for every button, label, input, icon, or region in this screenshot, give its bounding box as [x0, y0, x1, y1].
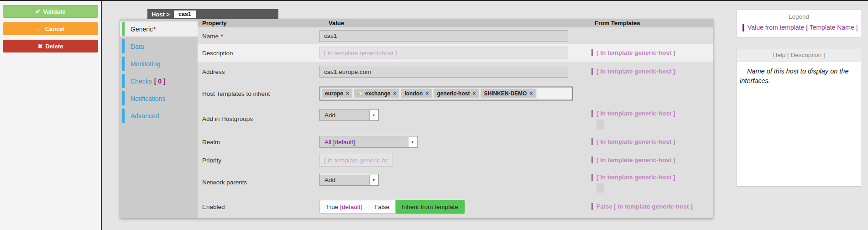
hostgroups-label: Add in Hostgroups — [202, 115, 253, 122]
tab-notifications[interactable]: Notifications — [120, 91, 198, 106]
table-row: Address [ In template generic-host ] — [198, 62, 713, 82]
tab-checks[interactable]: Checks[ 0 ] — [120, 73, 198, 89]
network-parents-label: Network parents — [202, 179, 247, 186]
address-template-note: [ In template generic-host ] — [591, 68, 675, 75]
hostgroups-select-value: Add — [324, 112, 335, 119]
table-row: Realm All [default] ▼ [ In template gene… — [198, 132, 713, 152]
top-border-line — [0, 0, 868, 1]
network-parents-template-note: [ In template generic-host ] — [591, 174, 675, 181]
chevron-down-icon: ▼ — [369, 110, 378, 120]
address-input[interactable] — [319, 66, 568, 78]
realm-select[interactable]: All [default] ▼ — [319, 136, 418, 148]
remove-tag-icon[interactable]: × — [425, 90, 429, 97]
table-row: Enabled True[default] False Inherit from… — [198, 195, 713, 218]
tab-notifications-label: Notifications — [131, 95, 165, 102]
enabled-inherit-button[interactable]: Inherit from template — [396, 200, 465, 214]
tab-advanced[interactable]: Advanced — [120, 108, 198, 123]
required-asterisk: * — [153, 26, 156, 33]
realm-select-value: All [default] — [324, 139, 355, 146]
validate-button-label: Validate — [43, 8, 65, 15]
tag-shinken-demo: SHINKEN-DEMO× — [481, 89, 536, 98]
host-templates-tag-input[interactable]: europe× exchange× london× generic-host× … — [319, 86, 573, 100]
tab-data[interactable]: Data — [120, 39, 198, 54]
hostgroups-select[interactable]: Add ▼ — [319, 109, 379, 121]
tab-generic[interactable]: Generic* — [120, 21, 198, 37]
realm-label: Realm — [202, 139, 220, 146]
tab-monitoring-label: Monitoring — [131, 60, 160, 68]
property-table: Property Value From Templates Name * Des… — [198, 19, 713, 218]
enabled-template-note: False [ In template generic-host ] — [591, 203, 693, 210]
cancel-button-label: Cancel — [45, 26, 65, 32]
empty-selection-box — [596, 120, 604, 129]
enabled-false-button[interactable]: False — [368, 200, 396, 214]
arrow-left-icon: ← — [37, 26, 42, 32]
tab-data-label: Data — [131, 43, 144, 50]
description-label: Description — [202, 50, 233, 57]
column-header-from-templates: From Templates — [595, 20, 640, 26]
host-edit-panel: Generic* Data Monitoring Checks[ 0 ] Not… — [120, 19, 713, 218]
column-header-property: Property — [202, 20, 226, 26]
table-row: Description [ In template generic-host ] — [198, 44, 713, 62]
tab-monitoring[interactable]: Monitoring — [120, 56, 198, 71]
check-icon: ✔ — [35, 8, 40, 15]
checks-count-badge: [ 0 ] — [154, 78, 166, 85]
host-templates-label: Host Templates to inherit — [202, 90, 270, 97]
table-row: Network parents Add ▼ [ In template gene… — [198, 169, 713, 195]
network-parents-select[interactable]: Add ▼ — [319, 174, 379, 186]
remove-tag-icon[interactable]: × — [472, 90, 476, 97]
legend-title: Legend — [737, 10, 861, 20]
remove-tag-icon[interactable]: × — [529, 90, 533, 97]
table-row: Host Templates to inherit europe× exchan… — [198, 82, 713, 105]
table-header-row: Property Value From Templates — [198, 19, 713, 27]
delete-button-label: Delete — [45, 43, 63, 50]
action-sidebar: ✔ Validate ← Cancel ✖ Delete — [0, 1, 102, 230]
name-input[interactable] — [319, 30, 568, 42]
cross-icon: ✖ — [38, 43, 43, 50]
help-description-text: Name of this host to display on the inte… — [737, 62, 861, 86]
exchange-tag-icon — [357, 91, 362, 96]
form-tab-column: Generic* Data Monitoring Checks[ 0 ] Not… — [120, 19, 198, 218]
tag-text-entry[interactable] — [538, 88, 571, 99]
host-breadcrumb-tab[interactable]: Host > cas1 — [147, 9, 278, 19]
remove-tag-icon[interactable]: × — [346, 90, 349, 97]
table-row: Name * — [198, 27, 713, 44]
tab-indicator-bar — [122, 57, 125, 71]
help-title: Help [ Description ] — [737, 48, 861, 62]
table-row: Priority [ In template generic-host ] — [198, 152, 713, 169]
tab-indicator-bar — [122, 109, 125, 123]
description-input[interactable] — [319, 47, 568, 59]
tab-generic-label: Generic* — [131, 26, 156, 33]
help-box: Help [ Description ] Name of this host t… — [737, 48, 861, 187]
cancel-button[interactable]: ← Cancel — [3, 22, 98, 35]
priority-input[interactable] — [319, 154, 392, 167]
tag-generic-host: generic-host× — [434, 89, 479, 98]
enabled-true-button[interactable]: True[default] — [319, 200, 368, 214]
column-header-value: Value — [329, 20, 344, 26]
tab-indicator-bar — [122, 22, 125, 36]
legend-template-item: Value from template [ Template Name ] — [743, 24, 861, 31]
remove-tag-icon[interactable]: × — [393, 90, 396, 97]
chevron-down-icon: ▼ — [408, 137, 417, 147]
host-name-value: cas1 — [174, 10, 196, 18]
tab-advanced-label: Advanced — [131, 112, 159, 120]
name-label: Name * — [202, 32, 223, 39]
validate-button[interactable]: ✔ Validate — [3, 5, 98, 18]
tag-exchange: exchange× — [354, 89, 399, 98]
table-row: Add in Hostgroups Add ▼ [ In template ge… — [198, 105, 713, 132]
network-parents-select-value: Add — [324, 177, 335, 183]
empty-selection-box — [596, 183, 604, 193]
delete-button[interactable]: ✖ Delete — [3, 40, 98, 52]
tab-indicator-bar — [122, 39, 125, 53]
hostgroups-template-note: [ In template generic-host ] — [591, 110, 675, 117]
tab-checks-label: Checks[ 0 ] — [131, 78, 166, 85]
address-label: Address — [202, 68, 225, 75]
tab-indicator-bar — [122, 91, 125, 105]
enabled-toggle-group: True[default] False Inherit from templat… — [319, 200, 465, 214]
default-marker: [default] — [340, 204, 362, 210]
legend-box: Legend Value from template [ Template Na… — [737, 10, 861, 37]
required-asterisk: * — [221, 32, 223, 39]
tag-europe: europe× — [322, 89, 352, 98]
priority-label: Priority — [202, 157, 221, 164]
tab-indicator-bar — [122, 74, 125, 88]
description-template-note: [ In template generic-host ] — [591, 49, 675, 56]
